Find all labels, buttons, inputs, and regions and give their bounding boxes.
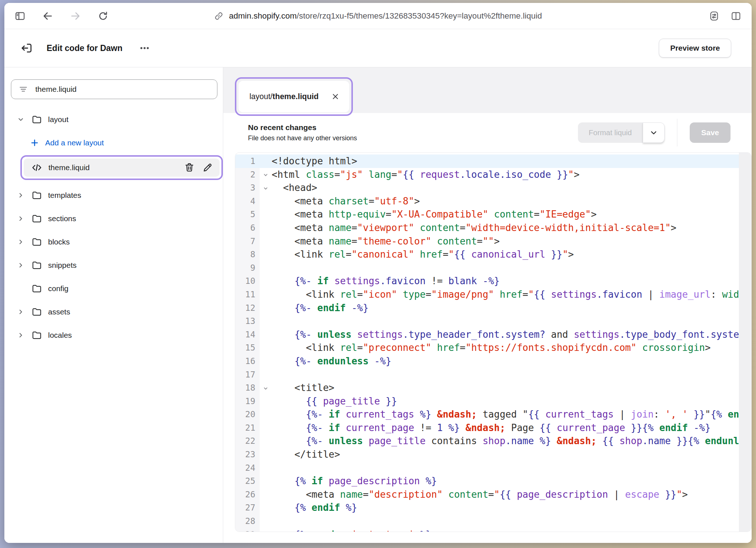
code-line-11[interactable]: 11 <link rel="icon" type="image/png" hre… — [235, 288, 751, 301]
code-line-22[interactable]: 22 {%- unless page_title contains shop.n… — [235, 434, 751, 448]
code-line-1[interactable]: 1<!doctype html> — [235, 154, 751, 168]
fold-chevron-icon[interactable] — [260, 381, 272, 395]
save-button[interactable]: Save — [690, 122, 731, 143]
code-line-10[interactable]: 10 {%- if settings.favicon != blank -%} — [235, 274, 751, 288]
code-line-13[interactable]: 13 — [235, 314, 751, 328]
tab-bar: layout/theme.liquid — [223, 67, 752, 113]
code-content: <meta http-equiv="X-UA-Compatible" conte… — [272, 208, 751, 221]
code-content: <meta charset="utf-8"> — [272, 195, 751, 208]
code-line-12[interactable]: 12 {%- endif -%} — [235, 301, 751, 315]
line-number: 16 — [235, 355, 260, 368]
code-content — [272, 261, 751, 275]
code-content: {%- unless page_title contains shop.name… — [272, 434, 751, 448]
code-line-28[interactable]: 28 — [235, 514, 751, 528]
code-line-2[interactable]: 2<html class="js" lang="{{ request.local… — [235, 168, 751, 181]
code-line-24[interactable]: 24 — [235, 461, 751, 475]
line-number: 8 — [235, 248, 260, 261]
code-line-19[interactable]: 19 {{ page_title }} — [235, 395, 751, 408]
delete-file-icon[interactable] — [184, 162, 195, 173]
code-line-20[interactable]: 20 {%- if current_tags %} &ndash; tagged… — [235, 408, 751, 421]
forward-icon[interactable] — [69, 10, 82, 22]
code-line-27[interactable]: 27 {% endif %} — [235, 501, 751, 514]
sidebar-item-snippets[interactable]: snippets — [11, 257, 223, 273]
tab-layout-theme-liquid[interactable]: layout/theme.liquid — [239, 81, 349, 112]
code-line-18[interactable]: 18 <title> — [235, 381, 751, 395]
code-line-25[interactable]: 25 {% if page_description %} — [235, 474, 751, 488]
line-number: 9 — [235, 261, 260, 275]
code-line-3[interactable]: 3 <head> — [235, 181, 751, 195]
page-title: Edit code for Dawn — [47, 43, 122, 53]
tab-file-name: theme.liquid — [272, 92, 319, 101]
fold-chevron-icon[interactable] — [260, 181, 272, 195]
chevron-right-icon[interactable] — [16, 238, 25, 246]
sidebar-item-theme-liquid[interactable]: theme.liquid — [24, 158, 220, 177]
sidebar-item-templates[interactable]: templates — [11, 187, 223, 203]
fold-gutter — [260, 501, 272, 514]
chevron-right-icon[interactable] — [16, 262, 25, 269]
code-content: <link rel="icon" type="image/png" href="… — [272, 288, 751, 301]
split-view-icon[interactable] — [731, 11, 741, 21]
chevron-right-icon[interactable] — [16, 192, 25, 199]
editor-scrollbar-track[interactable] — [739, 153, 751, 532]
code-line-9[interactable]: 9 — [235, 261, 751, 275]
line-number: 17 — [235, 368, 260, 381]
add-new-layout-link[interactable]: Add a new layout — [30, 135, 223, 151]
address-bar[interactable]: admin.shopify.com/store/rzq1xu-f5/themes… — [214, 11, 542, 21]
back-icon[interactable] — [42, 10, 54, 22]
more-actions-icon[interactable] — [139, 43, 150, 54]
fold-gutter — [260, 288, 272, 301]
sidebar-item-config[interactable]: config — [11, 281, 223, 297]
chevron-right-icon[interactable] — [16, 332, 25, 339]
code-line-7[interactable]: 7 <meta name="theme-color" content=""> — [235, 235, 751, 248]
code-line-26[interactable]: 26 <meta name="description" content="{{ … — [235, 488, 751, 501]
line-number: 11 — [235, 288, 260, 301]
line-number: 1 — [235, 154, 260, 168]
code-line-15[interactable]: 15 <link rel="preconnect" href="https://… — [235, 341, 751, 355]
line-number: 25 — [235, 474, 260, 488]
exit-editor-icon[interactable] — [20, 41, 34, 55]
sidebar-item-sections[interactable]: sections — [11, 211, 223, 227]
code-line-23[interactable]: 23 </title> — [235, 448, 751, 461]
sidebar-toggle-icon[interactable] — [14, 10, 26, 22]
chevron-right-icon[interactable] — [16, 215, 25, 222]
sidebar-item-locales[interactable]: locales — [11, 327, 223, 343]
file-sidebar: theme.liquid layout Add a new layout — [4, 67, 223, 543]
rename-file-icon[interactable] — [202, 162, 213, 173]
folder-icon — [31, 306, 42, 317]
line-number: 12 — [235, 301, 260, 315]
sidebar-item-assets[interactable]: assets — [11, 304, 223, 320]
code-editor[interactable]: 1<!doctype html>2<html class="js" lang="… — [235, 152, 752, 532]
file-search-input[interactable]: theme.liquid — [11, 79, 217, 99]
app-header: Edit code for Dawn Preview store — [4, 29, 752, 67]
format-options-dropdown[interactable] — [643, 122, 665, 143]
code-line-8[interactable]: 8 <link rel="canonical" href="{{ canonic… — [235, 248, 751, 261]
code-lines[interactable]: 1<!doctype html>2<html class="js" lang="… — [235, 153, 751, 532]
close-tab-icon[interactable] — [331, 92, 340, 101]
code-content: <html class="js" lang="{{ request.locale… — [272, 168, 751, 181]
divider — [677, 119, 677, 146]
code-line-4[interactable]: 4 <meta charset="utf-8"> — [235, 195, 751, 208]
code-line-14[interactable]: 14 {%- unless settings.type_header_font.… — [235, 328, 751, 341]
fold-chevron-icon[interactable] — [260, 168, 272, 181]
code-line-21[interactable]: 21 {%- if current_page != 1 %} &ndash; P… — [235, 421, 751, 435]
format-liquid-button[interactable]: Format liquid — [578, 122, 643, 143]
code-line-29[interactable]: 29 {% render 'meta-tags' %} — [235, 528, 751, 532]
code-content: <head> — [272, 181, 751, 195]
sidebar-item-layout[interactable]: layout — [11, 111, 223, 128]
page-settings-icon[interactable] — [709, 11, 720, 21]
search-value: theme.liquid — [35, 85, 76, 94]
code-line-6[interactable]: 6 <meta name="viewport" content="width=d… — [235, 221, 751, 235]
code-line-17[interactable]: 17 — [235, 368, 751, 381]
reload-icon[interactable] — [97, 10, 109, 22]
folder-icon — [31, 190, 42, 201]
chevron-right-icon[interactable] — [16, 308, 25, 316]
code-content: <meta name="viewport" content="width=dev… — [272, 221, 751, 235]
code-line-16[interactable]: 16 {%- endunless -%} — [235, 355, 751, 368]
preview-store-button[interactable]: Preview store — [659, 39, 731, 58]
fold-gutter — [260, 235, 272, 248]
sidebar-item-blocks[interactable]: blocks — [11, 234, 223, 250]
fold-gutter — [260, 355, 272, 368]
code-line-5[interactable]: 5 <meta http-equiv="X-UA-Compatible" con… — [235, 208, 751, 221]
fold-gutter — [260, 368, 272, 381]
chevron-down-icon[interactable] — [16, 116, 25, 123]
